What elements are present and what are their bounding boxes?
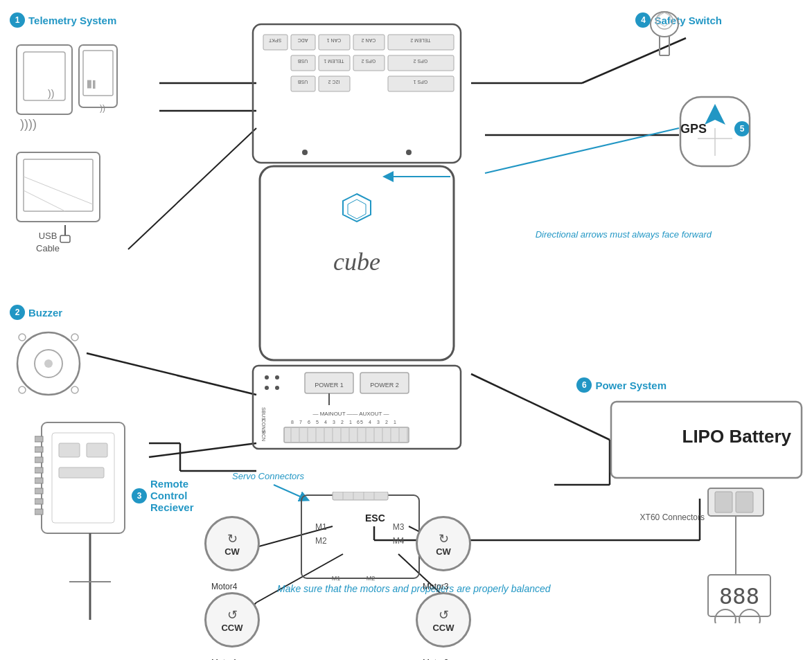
svg-text:TELEM 1: TELEM 1 [324, 59, 344, 64]
svg-text:— AUXOUT —: — AUXOUT — [352, 411, 389, 417]
svg-text:7: 7 [299, 420, 302, 425]
svg-text:)): )) [48, 88, 54, 99]
esc-board: M1 M2 M3 M4 M4 M3 M1 M2 [291, 492, 430, 585]
svg-rect-60 [35, 509, 43, 515]
power-module: 888 [667, 485, 805, 626]
svg-point-102 [302, 150, 308, 155]
svg-rect-62 [59, 443, 80, 457]
svg-text:)))): )))) [20, 117, 37, 131]
telemetry-label: 1 Telemetry System [10, 12, 116, 28]
buzzer-label: 2 Buzzer [10, 305, 62, 320]
svg-text:cube: cube [333, 248, 380, 276]
svg-text:5: 5 [316, 420, 319, 425]
motor4-label: Motor4 [211, 582, 237, 591]
svg-rect-29 [17, 45, 72, 114]
badge-1: 1 [10, 12, 25, 28]
svg-rect-56 [35, 467, 43, 473]
buzzer-device [14, 329, 83, 398]
svg-text:POWER 2: POWER 2 [370, 382, 399, 389]
svg-point-67 [651, 12, 678, 37]
safety-device [646, 10, 684, 59]
svg-rect-137 [284, 427, 409, 443]
svg-rect-34 [83, 51, 113, 96]
cw-arrow-motor4: ↻ [227, 531, 238, 546]
svg-line-11 [485, 128, 679, 173]
svg-rect-57 [35, 478, 43, 483]
svg-rect-156 [736, 492, 753, 512]
svg-text:GPS 2: GPS 2 [362, 59, 376, 64]
svg-line-3 [87, 353, 256, 395]
svg-point-49 [71, 334, 78, 341]
motor1-dir: CCW [221, 623, 242, 633]
power-title: Power System [595, 380, 667, 391]
svg-rect-155 [715, 492, 732, 512]
svg-rect-33 [79, 45, 117, 107]
svg-rect-64 [59, 467, 104, 478]
svg-text:▊▌: ▊▌ [87, 80, 98, 89]
motor1: ↺ CCW [204, 592, 260, 648]
svg-text:3: 3 [377, 420, 380, 425]
motor3: ↻ CW [416, 516, 471, 571]
svg-text:1: 1 [349, 420, 352, 425]
power-label: 6 Power System [576, 377, 667, 393]
lipo-label: LIPO Battery [682, 426, 792, 447]
svg-text:USB: USB [297, 80, 308, 84]
svg-text:M2: M2 [367, 575, 376, 582]
svg-point-116 [275, 386, 279, 390]
motor4-dir: CW [224, 546, 240, 557]
svg-text:CAN 2: CAN 2 [362, 38, 376, 43]
telemetry-device: )))) )) ▊▌ )) USB Cable [10, 38, 155, 260]
svg-text:POWER 1: POWER 1 [315, 382, 344, 389]
svg-text:RCN: RCN [261, 431, 266, 441]
svg-point-115 [275, 375, 279, 380]
svg-point-103 [406, 150, 412, 155]
svg-text:GPS 1: GPS 1 [414, 80, 428, 84]
svg-text:TELEM 2: TELEM 2 [410, 38, 430, 43]
svg-text:5: 5 [360, 420, 363, 425]
svg-rect-38 [24, 159, 93, 211]
svg-rect-63 [87, 443, 107, 457]
svg-rect-54 [35, 447, 43, 452]
rc-device [35, 416, 145, 623]
svg-text:4: 4 [324, 420, 327, 425]
directional-text: Directional arrows must always face forw… [536, 229, 712, 241]
balance-text: Make sure that the motors and propellers… [277, 582, 551, 596]
svg-rect-59 [35, 499, 43, 504]
badge-6: 6 [576, 377, 592, 393]
svg-point-50 [19, 386, 26, 393]
svg-text:M2: M2 [315, 536, 327, 546]
svg-rect-167 [333, 492, 388, 500]
svg-rect-44 [60, 235, 70, 242]
servo-connectors-label: Servo Connectors [232, 471, 304, 481]
svg-text:3: 3 [333, 420, 335, 425]
motor4: ↻ CW [204, 516, 260, 571]
telemetry-title: Telemetry System [28, 15, 116, 26]
svg-text:4: 4 [369, 420, 371, 425]
rc-title: Remote Control Reciever [150, 478, 194, 513]
svg-text:ADC: ADC [298, 38, 308, 43]
svg-line-4 [149, 443, 256, 457]
svg-text:USB: USB [297, 59, 308, 64]
svg-text:M1: M1 [332, 575, 341, 582]
svg-rect-30 [24, 52, 65, 100]
svg-text:2: 2 [341, 420, 344, 425]
svg-rect-55 [35, 457, 43, 463]
motor3-label: Motor3 [423, 582, 448, 591]
motor3-dir: CW [436, 546, 451, 557]
svg-text:USB: USB [39, 231, 58, 241]
cw-arrow-motor3: ↻ [439, 531, 449, 546]
svg-text:Cable: Cable [36, 243, 60, 253]
svg-text:M3: M3 [393, 522, 405, 532]
svg-marker-74 [705, 104, 725, 125]
svg-point-113 [265, 375, 269, 380]
svg-text:M4: M4 [393, 536, 405, 546]
svg-marker-72 [659, 12, 670, 26]
svg-text:2: 2 [385, 420, 388, 425]
cube-flight-controller: SPKT ADC CAN 1 CAN 2 TELEM 2 USB TELEM 1… [249, 21, 464, 450]
svg-marker-105 [343, 194, 371, 222]
svg-point-47 [44, 359, 53, 368]
svg-point-48 [19, 334, 26, 341]
svg-text:GPS 2: GPS 2 [414, 59, 428, 64]
svg-text:SPKT: SPKT [268, 38, 281, 43]
esc-label: ESC [365, 512, 385, 524]
